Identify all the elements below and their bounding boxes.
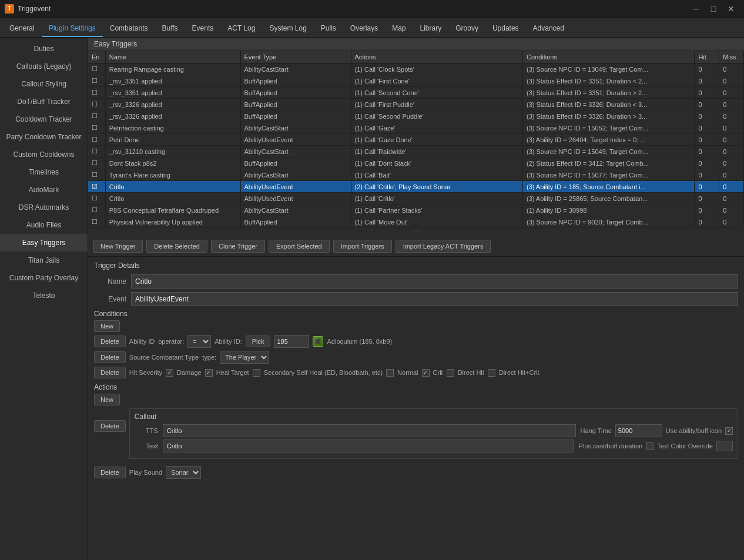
play-sound-delete-button[interactable]: Delete	[94, 467, 126, 478]
minimize-button[interactable]: ─	[688, 2, 704, 16]
menu-item-general[interactable]: General	[2, 21, 42, 37]
row-enabled[interactable]: ☐	[88, 204, 105, 216]
condition-delete-btn-1[interactable]: Delete	[94, 336, 126, 347]
menu-item-map[interactable]: Map	[385, 21, 413, 37]
row-enabled[interactable]: ☐	[88, 216, 105, 228]
row-enabled[interactable]: ☐	[88, 63, 105, 75]
direct-hit-checkbox[interactable]	[447, 369, 454, 377]
row-enabled[interactable]: ☐	[88, 122, 105, 134]
table-row[interactable]: ☐ Petrifaction casting AbilityCastStart …	[88, 122, 744, 134]
pick-button[interactable]: Pick	[246, 336, 271, 347]
sidebar-item-cooldown-tracker[interactable]: Cooldown Tracker	[0, 110, 88, 128]
plus-cast-checkbox[interactable]	[646, 442, 653, 450]
menu-item-combatants[interactable]: Combatants	[103, 21, 155, 37]
menu-item-events[interactable]: Events	[185, 21, 221, 37]
row-enabled[interactable]: ☐	[88, 110, 105, 122]
delete-selected-button[interactable]: Delete Selected	[146, 240, 207, 253]
table-row[interactable]: ☑ Critlo AbilityUsedEvent (2) Call 'Crit…	[88, 181, 744, 193]
secondary-self-heal-checkbox[interactable]	[253, 369, 260, 377]
row-enabled[interactable]: ☑	[88, 181, 105, 193]
table-row[interactable]: ☐ _rsv_3326 applied BuffApplied (1) Call…	[88, 99, 744, 110]
sidebar-item-custom-party-overlay[interactable]: Custom Party Overlay	[0, 269, 88, 287]
damage-checkbox[interactable]	[166, 369, 173, 377]
menu-item-library[interactable]: Library	[413, 21, 449, 37]
row-enabled[interactable]: ☐	[88, 99, 105, 110]
triggers-table-wrapper[interactable]: En Name Event Type Actions Conditions Hi…	[88, 51, 744, 227]
menu-item-plugin-settings[interactable]: Plugin Settings	[42, 21, 103, 37]
conditions-new-button[interactable]: New	[94, 320, 120, 332]
sidebar-item-dsr-automarks[interactable]: DSR Automarks	[0, 199, 88, 216]
row-enabled[interactable]: ☐	[88, 87, 105, 99]
table-row[interactable]: ☐ Critlo AbilityUsedEvent (1) Call 'Crit…	[88, 193, 744, 204]
close-button[interactable]: ✕	[723, 2, 739, 16]
sidebar-item-party-cooldown-tracker[interactable]: Party Cooldown Tracker	[0, 128, 88, 146]
table-row[interactable]: ☐ Physical Vulnerability Up applied Buff…	[88, 216, 744, 228]
clone-trigger-button[interactable]: Clone Trigger	[211, 240, 265, 253]
direct-hit-crit-checkbox[interactable]	[488, 369, 495, 377]
condition-delete-btn-2[interactable]: Delete	[94, 351, 126, 363]
sidebar-item-callout-styling[interactable]: Callout Styling	[0, 75, 88, 93]
sidebar-item-audio-files[interactable]: Audio Files	[0, 216, 88, 234]
table-row[interactable]: ☐ _rsv_3351 applied BuffApplied (1) Call…	[88, 87, 744, 99]
menu-item-system-log[interactable]: System Log	[262, 21, 313, 37]
sidebar-item-telesto[interactable]: Telesto	[0, 287, 88, 304]
row-enabled[interactable]: ☐	[88, 75, 105, 87]
sidebar-item-duties[interactable]: Duties	[0, 40, 88, 58]
table-row[interactable]: ☐ _rsv_3326 applied BuffApplied (1) Call…	[88, 110, 744, 122]
name-input[interactable]	[131, 274, 738, 289]
table-row[interactable]: ☐ _rsv_3351 applied BuffApplied (1) Call…	[88, 75, 744, 87]
event-input[interactable]	[131, 292, 738, 306]
sidebar-item-titan-jails[interactable]: Titan Jails	[0, 252, 88, 269]
hang-time-input[interactable]	[615, 424, 662, 437]
callout-delete-button[interactable]: Delete	[94, 420, 126, 432]
table-row[interactable]: ☐ _rsv_31210 casting AbilityCastStart (1…	[88, 146, 744, 157]
text-color-box[interactable]	[716, 441, 733, 451]
menu-item-groovy[interactable]: Groovy	[448, 21, 485, 37]
menu-item-overlays[interactable]: Overlays	[343, 21, 385, 37]
sidebar-item-custom-cooldowns[interactable]: Custom Cooldowns	[0, 146, 88, 163]
condition-delete-btn-3[interactable]: Delete	[94, 367, 126, 378]
crit-checkbox[interactable]	[422, 369, 430, 377]
sidebar-item-dot-buff-tracker[interactable]: DoT/Buff Tracker	[0, 93, 88, 110]
ability-id-input[interactable]	[274, 335, 309, 348]
normal-checkbox[interactable]	[386, 369, 394, 377]
table-row[interactable]: ☐ Petri Done AbilityUsedEvent (1) Call '…	[88, 134, 744, 146]
row-name: Dont Stack p8s2	[105, 157, 240, 169]
ability-icon: ⬛	[313, 336, 323, 347]
import-triggers-button[interactable]: Import Triggers	[333, 240, 392, 253]
import-legacy-act-triggers-button[interactable]: Import Legacy ACT Triggers	[396, 240, 491, 253]
table-row[interactable]: ☐ P8S Conceptual Tetraflare Quadruped Ab…	[88, 204, 744, 216]
table-row[interactable]: ☐ Tyrant's Flare casting AbilityCastStar…	[88, 169, 744, 181]
row-enabled[interactable]: ☐	[88, 169, 105, 181]
tts-input[interactable]	[163, 424, 576, 437]
sidebar-item-timelines[interactable]: Timelines	[0, 163, 88, 181]
row-enabled[interactable]: ☐	[88, 157, 105, 169]
export-selected-button[interactable]: Export Selected	[269, 240, 330, 253]
combatant-type-select[interactable]: The Player NPC Any	[220, 351, 269, 364]
sidebar-item-callouts-legacy[interactable]: Callouts (Legacy)	[0, 58, 88, 75]
table-row[interactable]: ☐ Dont Stack p8s2 BuffApplied (1) Call '…	[88, 157, 744, 169]
row-hit: 0	[695, 169, 719, 181]
sidebar-item-automark[interactable]: AutoMark	[0, 181, 88, 199]
use-icon-checkbox[interactable]	[725, 427, 733, 435]
menu-item-act-log[interactable]: ACT Log	[220, 21, 262, 37]
menu-item-advanced[interactable]: Advanced	[526, 21, 571, 37]
text-input[interactable]	[163, 440, 574, 452]
table-row[interactable]: ☐ Rearing Rampage casting AbilityCastSta…	[88, 63, 744, 75]
row-enabled[interactable]: ☐	[88, 134, 105, 146]
actions-new-button[interactable]: New	[94, 394, 120, 405]
menu-item-pulls[interactable]: Pulls	[314, 21, 343, 37]
row-enabled[interactable]: ☐	[88, 193, 105, 204]
play-sound-select[interactable]: Sonar Alert Info Long Pull	[166, 466, 201, 479]
heal-target-label: Heal Target	[216, 369, 249, 376]
sidebar-item-easy-triggers[interactable]: Easy Triggers	[0, 234, 88, 252]
operator-select[interactable]: = != < >	[187, 335, 211, 348]
row-miss: 0	[719, 87, 744, 99]
menu-item-updates[interactable]: Updates	[485, 21, 526, 37]
row-enabled[interactable]: ☐	[88, 146, 105, 157]
app-icon: T	[5, 4, 14, 14]
menu-item-buffs[interactable]: Buffs	[155, 21, 185, 37]
new-trigger-button[interactable]: New Trigger	[93, 240, 143, 253]
heal-target-checkbox[interactable]	[205, 369, 213, 377]
maximize-button[interactable]: □	[705, 2, 722, 16]
